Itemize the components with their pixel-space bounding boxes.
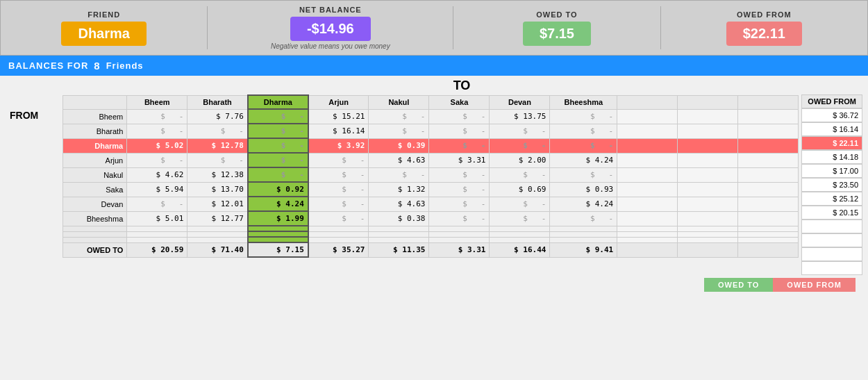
cell-value (678, 109, 738, 124)
cell-value: $ - (248, 153, 308, 167)
owedto-bheem: $ 20.59 (127, 242, 187, 257)
cell-value (369, 237, 429, 242)
owed-from-header: OWED FROM (801, 94, 862, 108)
cell-value: $ 12.77 (187, 211, 248, 226)
cell-value (550, 231, 617, 237)
balances-suffix: Friends (106, 60, 144, 71)
cell-value: $ - (429, 211, 490, 226)
cell-value: $ - (308, 167, 369, 182)
friend-name: Dharma (61, 22, 146, 46)
balances-label: BALANCES FOR (8, 60, 88, 71)
cell-value: $ 0.38 (369, 211, 429, 226)
col-nakul: Nakul (369, 95, 429, 109)
cell-value: $ - (127, 109, 187, 124)
owed-from-cell: $ 22.11 (801, 136, 862, 150)
row-name: Nakul (63, 167, 127, 182)
cell-value: $ - (429, 197, 490, 211)
row-name: Dharma (63, 138, 127, 153)
owedto-nakul: $ 11.35 (369, 242, 429, 257)
cell-value: $ - (429, 182, 490, 197)
bottom-legend: OWED TO OWED FROM (6, 278, 862, 292)
cell-value (738, 109, 799, 124)
cell-value: $ - (429, 167, 490, 182)
cell-value: $ 16.14 (308, 124, 369, 138)
cell-value (248, 231, 308, 237)
cell-value: $ - (308, 153, 369, 167)
cell-value: $ 7.76 (187, 109, 248, 124)
cell-value: $ 12.38 (187, 167, 248, 182)
owedto-extra2 (678, 242, 738, 257)
cell-value: $ - (550, 167, 617, 182)
balances-count: 8 (94, 60, 100, 72)
cell-value: $ - (248, 167, 308, 182)
owledfrom-section: OWED FROM $22.11 (661, 1, 867, 55)
cell-value (738, 231, 799, 237)
cell-value: $ - (429, 109, 490, 124)
owed-from-cell: $ 17.00 (801, 164, 862, 178)
cell-value: $ 1.32 (369, 182, 429, 197)
owedto-label: OWED TO (536, 10, 577, 19)
owledfrom-value: $22.11 (726, 22, 802, 46)
col-bheem: Bheem (127, 95, 187, 109)
owedto-arjun: $ 35.27 (308, 242, 369, 257)
col-devan: Devan (490, 95, 550, 109)
cell-value: $ - (550, 124, 617, 138)
table-row (63, 231, 799, 237)
cell-value (678, 153, 738, 167)
cell-value: $ 3.92 (308, 138, 369, 153)
table-row (63, 226, 799, 231)
cell-value: $ 5.02 (127, 138, 187, 153)
netbal-section: NET BALANCE -$14.96 Negative value means… (208, 1, 453, 55)
owed-from-cell: $ 23.50 (801, 178, 862, 192)
friend-label: FRIEND (87, 10, 120, 19)
cell-value (617, 211, 678, 226)
cell-value: $ - (369, 109, 429, 124)
cell-value (490, 237, 550, 242)
cell-value (678, 182, 738, 197)
owedto-devan: $ 16.44 (490, 242, 550, 257)
cell-value: $ - (187, 124, 248, 138)
owed-to-row: OWED TO $ 20.59 $ 71.40 $ 7.15 $ 35.27 $… (63, 242, 799, 257)
cell-value (308, 231, 369, 237)
table-row (63, 237, 799, 242)
cell-value: $ 12.01 (187, 197, 248, 211)
cell-value (369, 226, 429, 231)
from-label: FROM (10, 110, 38, 121)
cell-value: $ - (127, 153, 187, 167)
cell-value (490, 226, 550, 231)
cell-value (617, 153, 678, 167)
owedto-dharma: $ 7.15 (248, 242, 308, 257)
cell-value: $ 3.31 (429, 153, 490, 167)
cell-value: $ 12.78 (187, 138, 248, 153)
to-label: TO (61, 79, 862, 93)
cell-value (369, 231, 429, 237)
cell-value: $ 13.70 (187, 182, 248, 197)
cell-value: $ 4.24 (550, 153, 617, 167)
cell-value (738, 211, 799, 226)
table-row: Bheeshma$ 5.01$ 12.77$ 1.99$ -$ 0.38$ -$… (63, 211, 799, 226)
cell-value: $ - (429, 138, 490, 153)
cell-value (617, 109, 678, 124)
cell-value: $ - (490, 138, 550, 153)
cell-value (678, 124, 738, 138)
cell-value: $ - (127, 197, 187, 211)
cell-value (617, 138, 678, 153)
netbal-note: Negative value means you owe money (271, 42, 390, 50)
owed-from-cell: $ 16.14 (801, 122, 862, 136)
owedto-bharath: $ 71.40 (187, 242, 248, 257)
row-name (63, 231, 127, 237)
netbal-label: NET BALANCE (299, 6, 362, 14)
cell-value (738, 124, 799, 138)
cell-value (429, 231, 490, 237)
cell-value: $ 1.99 (248, 211, 308, 226)
table-row: Arjun$ -$ -$ -$ -$ 4.63$ 3.31$ 2.00$ 4.2… (63, 153, 799, 167)
cell-value: $ - (248, 109, 308, 124)
cell-value: $ 4.62 (127, 167, 187, 182)
owed-from-cell (801, 233, 862, 247)
netbal-value: -$14.96 (290, 17, 371, 41)
cell-value: $ - (308, 197, 369, 211)
cell-value: $ 0.92 (248, 182, 308, 197)
table-row: Devan$ -$ 12.01$ 4.24$ -$ 4.63$ -$ -$ 4.… (63, 197, 799, 211)
cell-value (617, 237, 678, 242)
owedto-section: OWED TO $7.15 (453, 1, 660, 55)
